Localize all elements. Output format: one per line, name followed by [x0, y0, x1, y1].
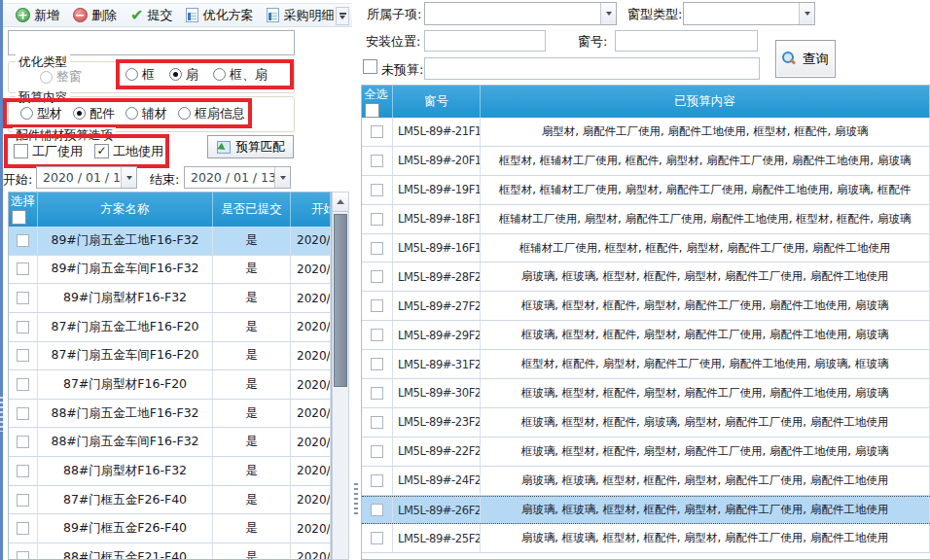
- row-select-cell[interactable]: [9, 428, 38, 456]
- row-checkbox[interactable]: [371, 155, 383, 167]
- row-checkbox[interactable]: [17, 551, 29, 560]
- row-select-cell[interactable]: [9, 457, 38, 485]
- column-header-window-no[interactable]: 窗号: [393, 86, 481, 118]
- window-budget-row[interactable]: LM5L-89#-24F22扇玻璃, 框玻璃, 框型材, 框配件, 扇型材, 扇…: [362, 467, 930, 496]
- row-checkbox[interactable]: [371, 532, 383, 544]
- row-select-cell[interactable]: [362, 350, 393, 378]
- window-budget-row[interactable]: LM5L-89#-16F15框辅材工厂使用, 框型材, 框配件, 扇型材, 扇配…: [362, 234, 930, 263]
- window-budget-row[interactable]: LM5L-89#-31F29框型材, 框配件, 扇型材, 扇配件工厂使用, 扇配…: [362, 350, 930, 379]
- row-checkbox[interactable]: [17, 465, 29, 477]
- toolbar-button-add[interactable]: +新增: [9, 4, 66, 26]
- row-checkbox[interactable]: [371, 504, 383, 516]
- row-select-cell[interactable]: [362, 379, 393, 407]
- date-end-picker[interactable]: 2020 / 01 / 13: [184, 166, 291, 189]
- radio-option-fitting[interactable]: 配件: [73, 105, 115, 122]
- radio-option-sash[interactable]: 扇: [169, 66, 198, 84]
- row-select-cell[interactable]: [362, 234, 393, 262]
- row-checkbox[interactable]: [371, 445, 383, 458]
- radio-option-profile[interactable]: 型材: [20, 105, 62, 122]
- row-select-cell[interactable]: [362, 147, 393, 175]
- window-type-select[interactable]: [683, 2, 815, 25]
- window-budget-row[interactable]: LM5L-89#-30F28框玻璃, 框型材, 框配件, 扇型材, 扇配件工厂使…: [362, 379, 930, 408]
- panel-splitter[interactable]: [354, 483, 358, 516]
- chevron-down-icon[interactable]: [600, 3, 616, 24]
- column-header-budgeted-content[interactable]: 已预算内容: [481, 86, 930, 118]
- row-select-cell[interactable]: [362, 176, 393, 204]
- chevron-down-icon[interactable]: [121, 167, 136, 188]
- plan-table-row[interactable]: 89#门扇五金工地F16-F32是2020/0: [9, 227, 331, 256]
- window-budget-row[interactable]: LM5L-89#-25F23扇玻璃, 框玻璃, 框型材, 框配件, 扇型材, 扇…: [362, 524, 930, 553]
- checkbox-option-site-use[interactable]: ✓工地使用: [94, 143, 163, 160]
- radio-icon[interactable]: [178, 107, 191, 120]
- toolbar-button-delete[interactable]: −删除: [66, 4, 124, 26]
- row-checkbox[interactable]: [371, 184, 383, 196]
- plan-filter-input[interactable]: [8, 30, 295, 55]
- row-checkbox[interactable]: [371, 125, 383, 138]
- no-budget-checkbox[interactable]: [363, 59, 377, 74]
- row-select-cell[interactable]: [9, 400, 38, 428]
- radio-icon[interactable]: [73, 107, 86, 120]
- plan-table-row[interactable]: 88#门扇五金工地F16-F32是2020/0: [9, 400, 331, 429]
- checkbox-icon[interactable]: [14, 144, 28, 158]
- plan-table-row[interactable]: 89#门扇型材F16-F32是2020/0: [9, 284, 331, 313]
- row-checkbox[interactable]: [17, 522, 29, 535]
- window-budget-row[interactable]: LM5L-89#-21F19扇型材, 扇配件工厂使用, 扇配件工地使用, 框型材…: [362, 118, 930, 147]
- sub-item-select[interactable]: [424, 2, 617, 25]
- radio-icon[interactable]: [125, 107, 138, 120]
- no-budget-input[interactable]: [424, 57, 760, 80]
- plan-table-row[interactable]: 88#门扇五金车间F16-F32是2020/0: [9, 428, 331, 457]
- row-checkbox[interactable]: [371, 299, 383, 312]
- window-budget-row[interactable]: LM5L-89#-29F27框玻璃, 框型材, 框配件, 扇型材, 扇配件工厂使…: [362, 321, 930, 350]
- window-no-input[interactable]: [615, 30, 758, 52]
- window-budget-row[interactable]: LM5L-89#-28F26扇玻璃, 框玻璃, 框型材, 框配件, 扇型材, 扇…: [362, 262, 930, 292]
- window-budget-row[interactable]: LM5L-89#-18F16框辅材工厂使用, 扇型材, 扇配件工厂使用, 扇配件…: [362, 205, 930, 234]
- row-select-cell[interactable]: [9, 227, 38, 255]
- install-position-input[interactable]: [424, 30, 546, 52]
- scroll-up-button[interactable]: [333, 192, 348, 212]
- row-checkbox[interactable]: [371, 358, 383, 370]
- row-select-cell[interactable]: [9, 342, 38, 370]
- row-select-cell[interactable]: [362, 118, 393, 146]
- row-select-cell[interactable]: [9, 514, 38, 542]
- window-budget-row[interactable]: LM5L-89#-26F24扇玻璃, 框玻璃, 框型材, 框配件, 扇型材, 扇…: [362, 496, 930, 525]
- plan-table-row[interactable]: 88#门框五金F21-F40是2020/0: [9, 543, 331, 560]
- column-header-plan-name[interactable]: 方案名称: [38, 192, 213, 227]
- checkbox-icon[interactable]: ✓: [94, 144, 109, 158]
- query-button[interactable]: 查询: [775, 40, 836, 78]
- row-select-cell[interactable]: [9, 486, 38, 514]
- column-header-submitted[interactable]: 是否已提交: [213, 192, 291, 227]
- row-checkbox[interactable]: [371, 416, 383, 429]
- toolbar-button-submit[interactable]: ✔提交: [124, 4, 179, 26]
- toolbar-overflow-button[interactable]: [336, 7, 349, 25]
- scrollbar-thumb[interactable]: [334, 214, 347, 387]
- row-checkbox[interactable]: [17, 407, 29, 420]
- plan-table-row[interactable]: 87#门框五金F26-F40是2020/0: [9, 486, 331, 515]
- row-select-cell[interactable]: [362, 292, 393, 320]
- radio-option-frame-sash[interactable]: 框、扇: [213, 66, 268, 84]
- radio-icon[interactable]: [125, 68, 138, 81]
- row-checkbox[interactable]: [17, 436, 29, 448]
- row-checkbox[interactable]: [17, 321, 29, 333]
- chevron-down-icon[interactable]: [274, 167, 290, 188]
- radio-option-frame-sash-info[interactable]: 框扇信息: [178, 105, 245, 122]
- plan-table-row[interactable]: 89#门扇五金车间F16-F32是2020/0: [9, 256, 331, 285]
- column-header-select[interactable]: 选择: [9, 192, 38, 227]
- column-header-start[interactable]: 开始: [291, 192, 331, 227]
- plan-table-row[interactable]: 87#门扇型材F16-F20是2020/0: [9, 370, 331, 400]
- radio-icon[interactable]: [213, 68, 226, 81]
- row-select-cell[interactable]: [362, 497, 393, 524]
- row-checkbox[interactable]: [371, 387, 383, 400]
- row-select-cell[interactable]: [9, 284, 38, 312]
- row-select-cell[interactable]: [362, 438, 393, 466]
- row-select-cell[interactable]: [9, 370, 38, 399]
- window-budget-row[interactable]: LM5L-89#-20F18框型材, 框辅材工厂使用, 框配件, 扇型材, 扇配…: [362, 147, 930, 176]
- row-select-cell[interactable]: [362, 408, 393, 437]
- date-start-picker[interactable]: 2020 / 01 / 1: [36, 166, 137, 189]
- plan-table-row[interactable]: 89#门框五金F26-F40是2020/0: [9, 514, 331, 543]
- radio-icon[interactable]: [20, 107, 33, 120]
- window-budget-row[interactable]: LM5L-89#-19F17框型材, 框辅材工厂使用, 扇型材, 扇配件工厂使用…: [362, 176, 930, 205]
- row-checkbox[interactable]: [17, 378, 29, 391]
- row-checkbox[interactable]: [371, 329, 383, 341]
- column-header-select-all[interactable]: 全选: [362, 86, 393, 118]
- row-select-cell[interactable]: [362, 262, 393, 291]
